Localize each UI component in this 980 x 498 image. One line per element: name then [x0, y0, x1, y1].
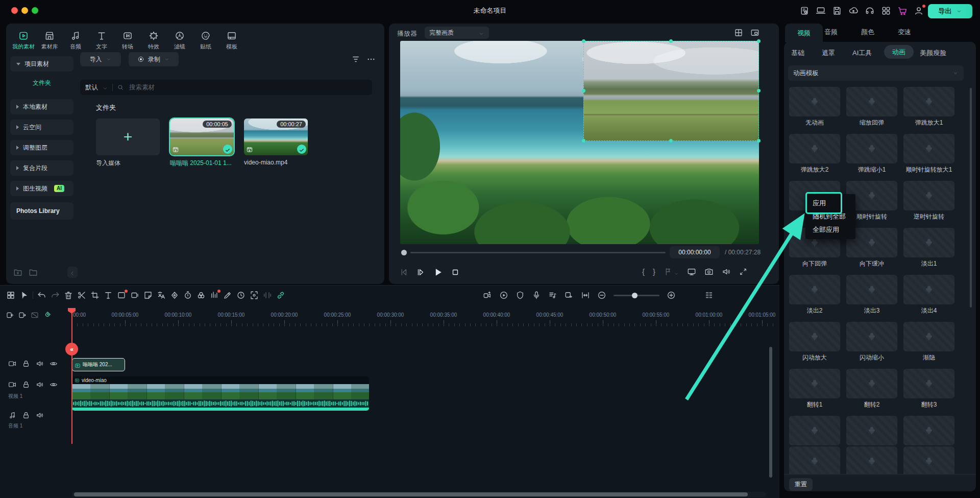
animation-preset[interactable]: 淡出3: [846, 275, 897, 315]
animation-preset[interactable]: 无动画: [789, 87, 840, 127]
animation-preset[interactable]: 闪动缩小: [846, 322, 897, 362]
import-media-card[interactable]: +: [96, 118, 160, 155]
animation-preset[interactable]: 缩放回弹: [846, 87, 897, 127]
cart-icon[interactable]: [897, 6, 908, 16]
subtab-ai-tools[interactable]: AI工具: [852, 49, 872, 58]
pip-overlay-clip[interactable]: [583, 41, 759, 141]
mute-track-icon[interactable]: [36, 381, 44, 389]
zoom-to-selection-icon[interactable]: [250, 291, 259, 300]
selection-handle[interactable]: [582, 89, 585, 92]
animation-preset[interactable]: 弹跳放大2: [789, 134, 840, 174]
playhead-line[interactable]: [71, 308, 72, 444]
quality-dropdown[interactable]: 完整画质: [425, 27, 489, 39]
animation-preset[interactable]: 翻转1: [789, 369, 840, 409]
snapshot-icon[interactable]: [704, 267, 714, 276]
tab-audio[interactable]: 音频: [816, 28, 846, 37]
fullscreen-icon[interactable]: [739, 268, 747, 276]
animation-preset[interactable]: 淡出2: [789, 275, 840, 315]
media-tab[interactable]: 转场: [115, 28, 140, 54]
ripple-delete-icon[interactable]: [31, 311, 39, 319]
overwrite-mode-icon[interactable]: [18, 311, 27, 319]
timeline-zoom-slider[interactable]: [614, 295, 659, 296]
sidebar-item-adjustment-layer[interactable]: 调整图层: [10, 140, 74, 155]
animation-preset[interactable]: 淡出4: [903, 275, 954, 315]
mute-track-icon[interactable]: [36, 411, 44, 419]
split-view-icon[interactable]: [734, 28, 743, 37]
animation-preset[interactable]: 闪动放大: [789, 322, 840, 362]
animation-preset[interactable]: 渐隐: [903, 322, 954, 362]
support-icon[interactable]: [865, 6, 875, 16]
tab-speed[interactable]: 变速: [889, 28, 920, 37]
sidebar-item-image-to-video[interactable]: 图生视频 AI: [10, 181, 74, 196]
second-screen-icon[interactable]: [687, 267, 696, 276]
selection-handle[interactable]: [757, 39, 761, 43]
export-queue-icon[interactable]: [799, 6, 810, 16]
context-menu-item[interactable]: 全部应用: [805, 223, 855, 236]
add-text-icon[interactable]: [104, 291, 113, 300]
subtab-mask[interactable]: 遮罩: [822, 49, 835, 58]
stop-icon[interactable]: [451, 268, 460, 277]
screen-record-icon[interactable]: [130, 291, 139, 300]
media-tab[interactable]: 素材库: [37, 28, 62, 54]
lock-track-icon[interactable]: [22, 360, 30, 368]
mark-out-icon[interactable]: }: [653, 267, 655, 276]
mask-icon[interactable]: [117, 291, 126, 300]
subtab-animation[interactable]: 动画: [884, 45, 914, 59]
animation-preset[interactable]: 翻转3: [903, 369, 954, 409]
scrubber-track[interactable]: [410, 252, 666, 253]
chevron-down-icon[interactable]: [674, 269, 679, 274]
compare-view-icon[interactable]: [750, 28, 760, 37]
crop-icon[interactable]: [90, 291, 100, 300]
hide-track-icon[interactable]: [50, 381, 58, 389]
folder-icon[interactable]: [29, 268, 38, 277]
timeline-clip-pip[interactable]: 嗡嗡嗡 202...: [72, 358, 125, 371]
sidebar-item-project-media[interactable]: 项目素材: [10, 56, 74, 72]
playhead-jump-button[interactable]: «: [65, 343, 78, 355]
zoom-in-icon[interactable]: [667, 291, 676, 300]
sidebar-item-local-media[interactable]: 本地素材: [10, 99, 74, 114]
subtab-basic[interactable]: 基础: [791, 49, 804, 58]
duration-icon[interactable]: [236, 291, 246, 300]
chevron-down-icon[interactable]: [102, 84, 108, 90]
apps-grid-icon[interactable]: [881, 6, 891, 16]
speed-icon[interactable]: [183, 291, 192, 300]
context-menu-item[interactable]: 应用: [805, 197, 855, 210]
animation-preset[interactable]: 弹跳放大1: [903, 87, 954, 127]
export-button[interactable]: 导出: [928, 4, 972, 18]
insert-mode-icon[interactable]: [6, 311, 14, 319]
media-tab[interactable]: 我的素材: [11, 28, 36, 54]
selection-handle[interactable]: [669, 139, 673, 143]
translate-icon[interactable]: [157, 291, 166, 300]
animation-preset[interactable]: 翻转2: [846, 369, 897, 409]
animation-preset[interactable]: 顺时针旋转放大1: [903, 134, 954, 174]
ripple-edit-icon[interactable]: [263, 291, 272, 300]
previous-frame-icon[interactable]: [399, 268, 408, 277]
preview-clip-icon[interactable]: [565, 291, 574, 300]
search-input[interactable]: [128, 83, 283, 91]
import-button[interactable]: 导入: [80, 52, 121, 66]
timeline-vscroll-thumb[interactable]: [769, 347, 772, 478]
timeline-ruler[interactable]: 00:0000:00:05:0000:00:10:0000:00:15:0000…: [72, 312, 776, 320]
display-icon[interactable]: [816, 6, 826, 16]
undo-icon[interactable]: [37, 291, 46, 300]
animation-template-dropdown[interactable]: 动画模板: [788, 65, 964, 81]
animation-preset[interactable]: 弹跳缩小1: [846, 134, 897, 174]
media-tab[interactable]: 特效: [141, 28, 166, 54]
tab-color[interactable]: 颜色: [852, 28, 883, 37]
filter-icon[interactable]: [351, 55, 360, 64]
selection-handle[interactable]: [669, 39, 673, 43]
timeline-clip-main[interactable]: video-miao: [72, 376, 369, 411]
delete-icon[interactable]: [64, 291, 73, 300]
mark-in-icon[interactable]: {: [642, 267, 645, 276]
voiceover-icon[interactable]: [532, 291, 541, 300]
marker-flag-icon[interactable]: [664, 267, 673, 276]
edit-properties-icon[interactable]: [223, 291, 232, 300]
more-options-icon[interactable]: [366, 55, 376, 64]
toolbox-icon[interactable]: [6, 291, 15, 300]
account-icon[interactable]: [914, 6, 924, 16]
media-tab[interactable]: 文字: [89, 28, 114, 54]
selection-handle[interactable]: [582, 39, 585, 43]
media-card[interactable]: 00:00:27: [244, 118, 308, 155]
zoom-out-icon[interactable]: [597, 291, 606, 300]
keyframe-icon[interactable]: [170, 291, 179, 300]
